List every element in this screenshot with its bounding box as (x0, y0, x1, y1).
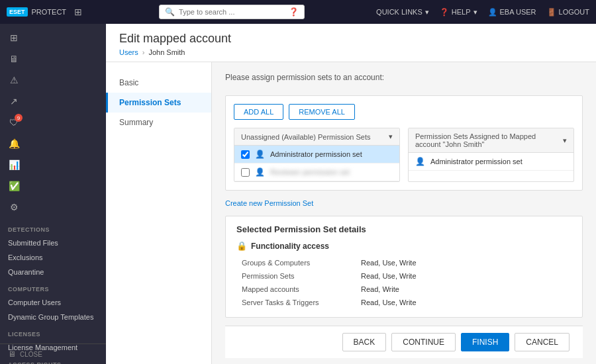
sidebar-item-quarantine[interactable]: Quarantine (0, 265, 106, 279)
left-nav: Basic Permission Sets Summary (106, 62, 212, 364)
close-label[interactable]: CLOSE (20, 351, 42, 358)
assigned-dropdown-icon[interactable]: ▾ (563, 136, 567, 145)
back-button[interactable]: BACK (342, 333, 387, 351)
help-label: HELP (452, 8, 471, 16)
user-btn[interactable]: 👤 EBA USER (488, 8, 536, 17)
help-chevron: ▾ (473, 8, 477, 17)
sidebar-item-label: Computer Users (8, 298, 61, 306)
perm-row-value: Read, Use, Write (356, 256, 571, 269)
search-box[interactable]: 🔍 ❓ (159, 5, 305, 19)
grid-icon[interactable]: ⊞ (74, 7, 82, 17)
sidebar-icon-dashboard[interactable]: ⊞ (4, 28, 24, 48)
leftnav-item-basic[interactable]: Basic (106, 73, 211, 93)
unassigned-header: Unassigned (Available) Permission Sets ▾ (234, 128, 399, 146)
app-logo: ESET PROTECT (7, 7, 66, 17)
breadcrumb: Users › John Smith (119, 48, 583, 56)
sidebar-icon-computers[interactable]: 🖥 (4, 49, 24, 69)
top-nav: ESET PROTECT ⊞ 🔍 ❓ QUICK LINKS ▾ ❓ HELP … (0, 0, 596, 24)
eset-logo-badge: ESET (7, 7, 28, 17)
sidebar-label-licenses: LICENSES (0, 324, 106, 340)
remove-all-button[interactable]: REMOVE ALL (289, 104, 355, 120)
unassigned-header-label: Unassigned (Available) Permission Sets (241, 133, 370, 141)
unassigned-item-admin[interactable]: 👤 Administrator permission set (234, 146, 399, 163)
sidebar-item-label: Exclusions (8, 253, 43, 261)
search-help-icon: ❓ (289, 7, 299, 17)
selected-details: Selected Permission Set details 🔒 Functi… (225, 216, 583, 318)
sidebar-item-computer-users[interactable]: Computer Users (0, 295, 106, 310)
sidebar-section-computers: COMPUTERS Computer Users Dynamic Group T… (0, 279, 106, 324)
user-icon-reviewer: 👤 (255, 167, 265, 177)
unassigned-dropdown-icon[interactable]: ▾ (389, 132, 393, 141)
leftnav-item-permission-sets[interactable]: Permission Sets (106, 93, 211, 113)
sidebar-icon-settings[interactable]: ⚙ (4, 197, 24, 217)
assigned-header-label: Permission Sets Assigned to Mapped accou… (415, 132, 563, 148)
unassigned-item-reviewer[interactable]: 👤 Reviewer permission set (234, 163, 399, 181)
logout-btn[interactable]: 🚪 LOGOUT (547, 8, 589, 17)
sidebar-item-label: Dynamic Group Templates (8, 313, 93, 321)
footer-buttons: BACK CONTINUE FINISH CANCEL (225, 326, 583, 358)
top-nav-links: QUICK LINKS ▾ ❓ HELP ▾ 👤 EBA USER 🚪 LOGO… (376, 8, 589, 17)
sidebar-label-computers: COMPUTERS (0, 279, 106, 295)
quick-links-btn[interactable]: QUICK LINKS ▾ (376, 8, 429, 17)
lock-icon: 🔒 (236, 241, 247, 251)
help-btn[interactable]: ❓ HELP ▾ (440, 8, 477, 17)
cancel-button[interactable]: CANCEL (515, 333, 570, 351)
perm-row-label: Groups & Computers (236, 256, 356, 269)
perm-row-value: Read, Use, Write (356, 269, 571, 283)
page-title: Edit mapped account (119, 32, 583, 46)
reviewer-perm-label: Reviewer permission set (270, 168, 350, 176)
sidebar-icon-share[interactable]: ↗ (4, 91, 24, 111)
perm-columns: Unassigned (Available) Permission Sets ▾… (234, 128, 574, 182)
main-layout: ⊞ 🖥 ⚠ ↗ 🛡9 🔔 📊 ✅ ⚙ DETECTIONS Submitted … (0, 24, 596, 364)
table-row: Permission Sets Read, Use, Write (236, 269, 571, 283)
page-header: Edit mapped account Users › John Smith (106, 24, 596, 62)
perm-row-label: Server Tasks & Triggers (236, 296, 356, 309)
add-all-button[interactable]: ADD ALL (234, 104, 283, 120)
sidebar-label-detections: DETECTIONS (0, 220, 106, 236)
assigned-column: Permission Sets Assigned to Mapped accou… (408, 128, 574, 182)
perm-table: Groups & Computers Read, Use, Write Perm… (236, 256, 571, 309)
table-row: Server Tasks & Triggers Read, Use, Write (236, 296, 571, 309)
sidebar-item-label: Submitted Files (8, 239, 58, 247)
sidebar: ⊞ 🖥 ⚠ ↗ 🛡9 🔔 📊 ✅ ⚙ DETECTIONS Submitted … (0, 24, 106, 364)
sidebar-item-dynamic-group-templates[interactable]: Dynamic Group Templates (0, 310, 106, 324)
sidebar-item-submitted-files[interactable]: Submitted Files (0, 236, 106, 250)
protect-label: PROTECT (32, 8, 67, 16)
close-icon: 🖥 (8, 349, 16, 359)
sidebar-item-exclusions[interactable]: Exclusions (0, 250, 106, 265)
search-container: 🔍 ❓ (87, 5, 376, 19)
unassigned-column: Unassigned (Available) Permission Sets ▾… (234, 128, 400, 182)
logout-label: LOGOUT (559, 8, 589, 16)
assigned-item-admin[interactable]: 👤 Administrator permission set (409, 153, 573, 171)
continue-button[interactable]: CONTINUE (391, 333, 456, 351)
logout-icon: 🚪 (547, 8, 556, 17)
sidebar-item-label: Quarantine (8, 268, 44, 276)
sidebar-icon-alert[interactable]: 🔔 (4, 134, 24, 154)
create-new-permission-set-link[interactable]: Create new Permission Set (225, 199, 313, 207)
admin-perm-checkbox[interactable] (241, 150, 250, 159)
sidebar-icon-threats[interactable]: ⚠ (4, 70, 24, 90)
sidebar-icon-shield[interactable]: 🛡9 (4, 113, 24, 132)
search-icon: 🔍 (165, 7, 175, 17)
content-area: Edit mapped account Users › John Smith B… (106, 24, 596, 364)
sidebar-icon-tasks[interactable]: ✅ (4, 176, 24, 196)
quick-links-chevron: ▾ (425, 8, 429, 17)
permission-sets-container: ADD ALL REMOVE ALL Unassigned (Available… (225, 95, 583, 191)
admin-perm-label: Administrator permission set (270, 150, 362, 158)
perm-row-label: Mapped accounts (236, 283, 356, 296)
leftnav-item-summary[interactable]: Summary (106, 113, 211, 132)
breadcrumb-current: John Smith (148, 48, 185, 56)
sidebar-section-detections: DETECTIONS Submitted Files Exclusions Qu… (0, 220, 106, 279)
reviewer-perm-checkbox[interactable] (241, 168, 250, 177)
breadcrumb-parent[interactable]: Users (119, 48, 138, 56)
finish-button[interactable]: FINISH (461, 333, 509, 351)
page-body: Basic Permission Sets Summary Please ass… (106, 62, 596, 364)
table-row: Mapped accounts Read, Write (236, 283, 571, 296)
perm-row-label: Permission Sets (236, 269, 356, 283)
func-access-header: 🔒 Functionality access (236, 241, 571, 251)
perm-row-value: Read, Write (356, 283, 571, 296)
perm-row-value: Read, Use, Write (356, 296, 571, 309)
search-input[interactable] (179, 8, 285, 16)
help-icon: ❓ (440, 8, 449, 17)
sidebar-icon-reports[interactable]: 📊 (4, 155, 24, 175)
